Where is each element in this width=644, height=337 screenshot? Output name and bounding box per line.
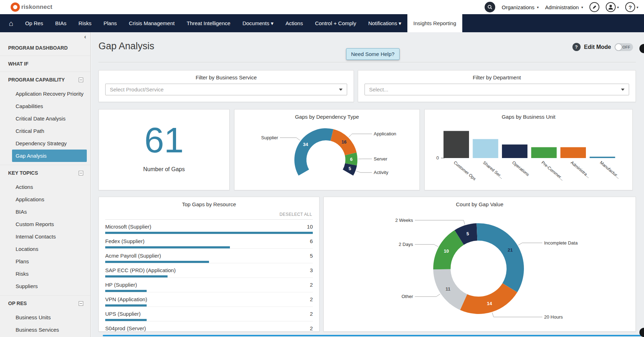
- bar-administra[interactable]: [560, 147, 586, 158]
- top-gaps-list: Microsoft (Supplier)10Fedex (Supplier)6A…: [105, 220, 313, 332]
- sidebar-section-title-program-dashboard[interactable]: PROGRAM DASHBOARD: [0, 40, 90, 56]
- count-by-gap-value-chart: 52 Weeks21Incomplete Data1420 Hours11Oth…: [324, 209, 632, 330]
- sidebar-item-internal-contacts[interactable]: Internal Contacts: [0, 230, 90, 243]
- sidebar-collapse-button[interactable]: ‹: [84, 34, 86, 40]
- top-gap-row-acme-payroll-supplier[interactable]: Acme Payroll (Supplier)5: [105, 249, 313, 263]
- top-gap-row-text: Fedex (Supplier)6: [105, 238, 313, 245]
- top-gap-row-vpn-application[interactable]: VPN (Application)2: [105, 292, 313, 307]
- nav-item-plans[interactable]: Plans: [97, 14, 123, 32]
- sidebar-item-application-recovery-priority[interactable]: Application Recovery Priority: [0, 88, 90, 100]
- select-placeholder: Select Product/Service: [110, 86, 164, 92]
- sidebar-item-suppliers[interactable]: Suppliers: [0, 280, 90, 292]
- edit-pencil-icon[interactable]: [589, 2, 599, 12]
- resource-gap-count: 2: [310, 281, 313, 288]
- bar-customer-ops[interactable]: [444, 131, 469, 158]
- sidebar-section-title-program-capability[interactable]: PROGRAM CAPABILITY: [0, 72, 90, 88]
- sidebar-item-gap-analysis[interactable]: Gap Analysis: [12, 150, 87, 162]
- resource-gap-count: 5: [310, 252, 313, 259]
- slice-value: 5: [467, 231, 469, 236]
- edit-mode-help-icon[interactable]: ?: [572, 43, 581, 51]
- sidebar-item-business-services[interactable]: Business Services: [0, 324, 90, 336]
- resource-bar-track: [105, 232, 313, 234]
- filter-card-filter-by-department: Filter by DepartmentSelect...: [358, 70, 636, 102]
- sidebar-item-capabilities[interactable]: Capabilities: [0, 100, 90, 112]
- filter-select-filter-by-department[interactable]: Select...: [365, 84, 629, 95]
- slice-label: Supplier: [261, 135, 278, 140]
- bar-category-label: Shared Ser...: [482, 160, 504, 180]
- sidebar-item-critical-date-analysis[interactable]: Critical Date Analysis: [0, 112, 90, 125]
- slice-value: 14: [487, 301, 492, 306]
- sidebar-section-title-what-if[interactable]: WHAT IF: [0, 56, 90, 72]
- top-gap-row-fedex-supplier[interactable]: Fedex (Supplier)6: [105, 234, 313, 249]
- deselect-all-button[interactable]: DESELECT ALL: [105, 209, 313, 220]
- help-tooltip[interactable]: Need Some Help?: [346, 48, 400, 60]
- nav-item-insights-reporting[interactable]: Insights Reporting: [407, 14, 462, 32]
- horizontal-scrollbar[interactable]: [103, 335, 641, 336]
- top-gap-row-hp-supplier[interactable]: HP (Supplier)2: [105, 278, 313, 292]
- top-gap-row-ups-supplier[interactable]: UPS (Supplier)2: [105, 307, 313, 321]
- nav-item-threat-intelligence[interactable]: Threat Intelligence: [181, 14, 236, 32]
- page-header: Gap Analysis Need Some Help? ? Edit Mode…: [98, 32, 636, 62]
- app-logo[interactable]: riskonnect: [11, 2, 52, 12]
- sidebar-item-actions[interactable]: Actions: [0, 181, 90, 193]
- sidebar-section-program-dashboard: PROGRAM DASHBOARD: [0, 40, 90, 56]
- bar-operations[interactable]: [502, 145, 527, 158]
- bar-pre-commer[interactable]: [531, 147, 557, 158]
- resource-bar: [105, 290, 147, 292]
- collapse-section-icon[interactable]: [79, 301, 83, 306]
- sidebar-section-title-key-topics[interactable]: KEY TOPICS: [0, 165, 90, 181]
- resource-name: VPN (Application): [105, 296, 147, 303]
- sidebar-item-bias[interactable]: BIAs: [0, 206, 90, 218]
- help-menu[interactable]: ? ▾: [625, 2, 638, 12]
- search-icon[interactable]: [485, 2, 495, 12]
- resource-name: UPS (Supplier): [105, 310, 141, 317]
- nav-item-documents[interactable]: Documents ▾: [236, 14, 279, 32]
- nav-item-actions[interactable]: Actions: [279, 14, 309, 32]
- organizations-menu[interactable]: Organizations ▾: [502, 4, 539, 10]
- slice-value: 34: [303, 142, 308, 147]
- slice-incomplete-data[interactable]: [476, 223, 524, 292]
- nav-item-op-res[interactable]: Op Res: [19, 14, 49, 32]
- slice-supplier[interactable]: [294, 128, 333, 176]
- bar-category-label: Pre-Commer...: [541, 160, 565, 182]
- logo-text: riskonnect: [21, 4, 52, 11]
- nav-item-control-comply[interactable]: Control + Comply: [309, 14, 362, 32]
- home-icon[interactable]: ⌂: [3, 14, 19, 32]
- collapse-section-icon[interactable]: [79, 78, 83, 82]
- gaps-by-dependency-type-chart: 34Supplier16Application6Server5Activity: [235, 122, 420, 190]
- sidebar-section-title-op-res[interactable]: OP RES: [0, 296, 90, 311]
- bar-manufactur[interactable]: [590, 157, 615, 158]
- top-gap-row-text: VPN (Application)2: [105, 296, 313, 303]
- sidebar-item-business-units[interactable]: Business Units: [0, 311, 90, 324]
- chart-title: Top Gaps by Resource: [105, 197, 313, 209]
- sidebar-item-plans[interactable]: Plans: [0, 255, 90, 268]
- sidebar-item-custom-reports[interactable]: Custom Reports: [0, 218, 90, 230]
- sidebar-item-critical-path[interactable]: Critical Path: [0, 125, 90, 137]
- collapse-section-icon[interactable]: [79, 171, 83, 175]
- slice-20-hours[interactable]: [460, 283, 517, 314]
- edit-mode-toggle[interactable]: OFF: [615, 43, 633, 51]
- bar-shared-ser[interactable]: [473, 139, 498, 158]
- nav-item-risks[interactable]: Risks: [73, 14, 98, 32]
- edit-mode-cluster: ? Edit Mode OFF: [572, 43, 633, 51]
- slice-value: 6: [350, 157, 352, 162]
- organizations-menu-label: Organizations: [502, 4, 535, 10]
- page-title: Gap Analysis: [98, 41, 154, 52]
- sidebar-item-locations[interactable]: Locations: [0, 243, 90, 255]
- sidebar-item-applications[interactable]: Applications: [0, 193, 90, 206]
- user-menu[interactable]: ▾: [606, 2, 619, 12]
- nav-item-notifications[interactable]: Notifications ▾: [362, 14, 407, 32]
- top-gap-row-s04prod-server[interactable]: S04prod (Server)2: [105, 321, 313, 332]
- sidebar-item-dependency-strategy[interactable]: Dependency Strategy: [0, 137, 90, 150]
- nav-item-crisis-management[interactable]: Crisis Management: [123, 14, 181, 32]
- pencil-glyph: [590, 2, 599, 12]
- sidebar-item-risks[interactable]: Risks: [0, 268, 90, 280]
- administration-menu[interactable]: Administration ▾: [545, 4, 583, 10]
- help-icon: ?: [625, 2, 635, 12]
- filter-select-filter-by-business-service[interactable]: Select Product/Service: [105, 84, 347, 95]
- resource-bar: [105, 232, 313, 234]
- slice-value: 21: [508, 247, 513, 253]
- top-gap-row-microsoft-supplier[interactable]: Microsoft (Supplier)10: [105, 220, 313, 234]
- top-gap-row-sap-ecc-prd-application[interactable]: SAP ECC (PRD) (Application)3: [105, 263, 313, 278]
- nav-item-bias[interactable]: BIAs: [49, 14, 73, 32]
